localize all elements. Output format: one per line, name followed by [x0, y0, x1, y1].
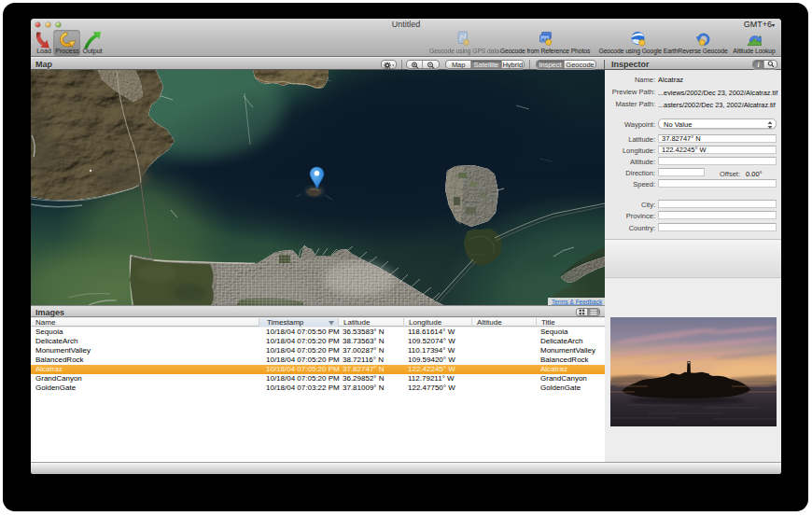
svg-text:Terms & Feedback: Terms & Feedback — [552, 299, 603, 305]
